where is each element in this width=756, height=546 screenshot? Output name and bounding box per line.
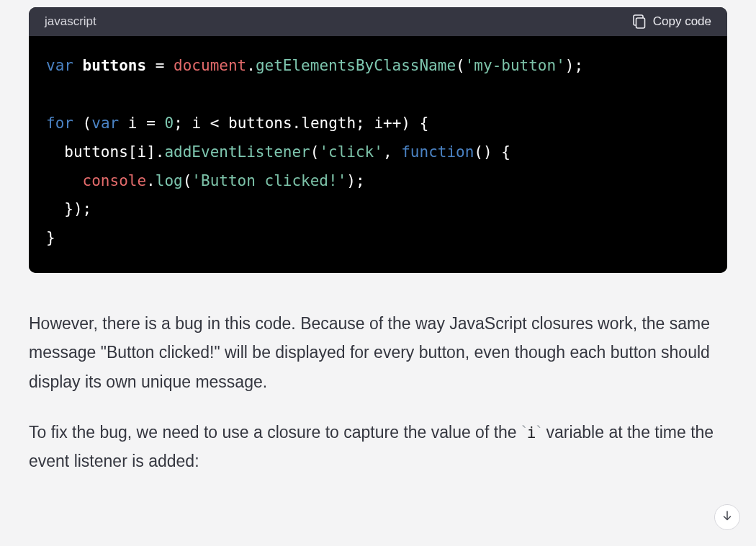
code-header: javascript Copy code xyxy=(29,7,727,36)
copy-code-label: Copy code xyxy=(653,14,711,29)
code-block: javascript Copy code var buttons = docum… xyxy=(29,7,727,273)
arrow-down-icon xyxy=(721,510,733,524)
article-body: javascript Copy code var buttons = docum… xyxy=(0,0,756,475)
copy-code-button[interactable]: Copy code xyxy=(633,14,711,29)
code-content: var buttons = document.getElementsByClas… xyxy=(29,36,727,273)
code-text: var buttons = document.getElementsByClas… xyxy=(46,52,710,253)
scroll-down-button[interactable] xyxy=(714,504,740,530)
svg-rect-0 xyxy=(636,18,644,28)
inline-code-i: i xyxy=(527,424,536,442)
clipboard-icon xyxy=(633,14,646,29)
explanation-text: However, there is a bug in this code. Be… xyxy=(29,309,727,475)
paragraph-2: To fix the bug, we need to use a closure… xyxy=(29,418,727,476)
paragraph-1: However, there is a bug in this code. Be… xyxy=(29,309,727,396)
code-language-label: javascript xyxy=(45,14,96,29)
